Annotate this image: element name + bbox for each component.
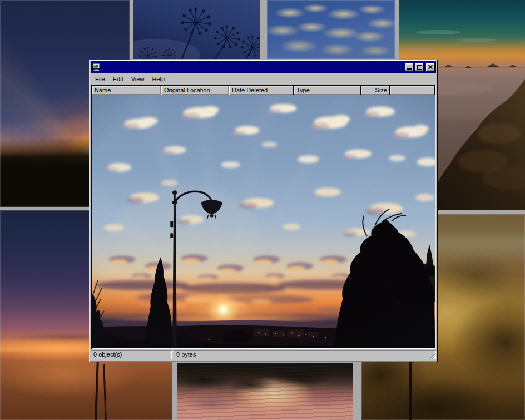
close-button[interactable] [426, 63, 435, 71]
minimize-button[interactable] [405, 63, 414, 71]
water-pole-silhouette [95, 359, 99, 420]
sunset-photo-content [92, 95, 435, 348]
recycle-bin-window: File Edit View Help Name Original Locati… [89, 60, 438, 362]
menu-file[interactable]: File [91, 74, 109, 84]
file-list-view[interactable]: Name Original Location Date Deleted Type… [91, 85, 436, 349]
minimize-icon [407, 68, 412, 70]
column-header-name[interactable]: Name [92, 86, 161, 95]
status-object-count: 0 object(s) [91, 350, 172, 359]
menu-edit[interactable]: Edit [109, 74, 127, 84]
column-header-original-location[interactable]: Original Location [161, 86, 229, 95]
menu-bar: File Edit View Help [91, 73, 436, 85]
column-header-type[interactable]: Type [294, 86, 361, 95]
status-total-size: 0 bytes [174, 350, 436, 359]
vignette-overlay [92, 95, 435, 348]
column-header-blank[interactable] [390, 86, 435, 95]
wallpaper-photo-seed-heads [133, 0, 260, 59]
desktop: File Edit View Help Name Original Locati… [0, 0, 525, 420]
street-lamp-sunset-photo [92, 95, 435, 348]
status-bar: 0 object(s) 0 bytes [91, 349, 436, 360]
column-header-date-deleted[interactable]: Date Deleted [229, 86, 294, 95]
column-header-size[interactable]: Size [361, 86, 390, 95]
titlebar[interactable] [91, 61, 436, 73]
column-headers: Name Original Location Date Deleted Type… [92, 86, 435, 95]
maximize-button[interactable] [415, 63, 424, 71]
menu-view[interactable]: View [127, 74, 148, 84]
maximize-icon [417, 65, 422, 70]
menu-help[interactable]: Help [148, 74, 169, 84]
wallpaper-photo-clouds [267, 0, 395, 59]
resize-grip[interactable] [428, 353, 435, 360]
window-controls [405, 63, 435, 71]
wallpaper-photo-reflection [177, 363, 353, 420]
lamp-post-silhouette [409, 362, 412, 420]
water-pole-silhouette [103, 364, 107, 420]
computer-icon[interactable] [92, 63, 101, 72]
seed-head-illustration [133, 0, 260, 59]
close-icon [428, 65, 433, 69]
